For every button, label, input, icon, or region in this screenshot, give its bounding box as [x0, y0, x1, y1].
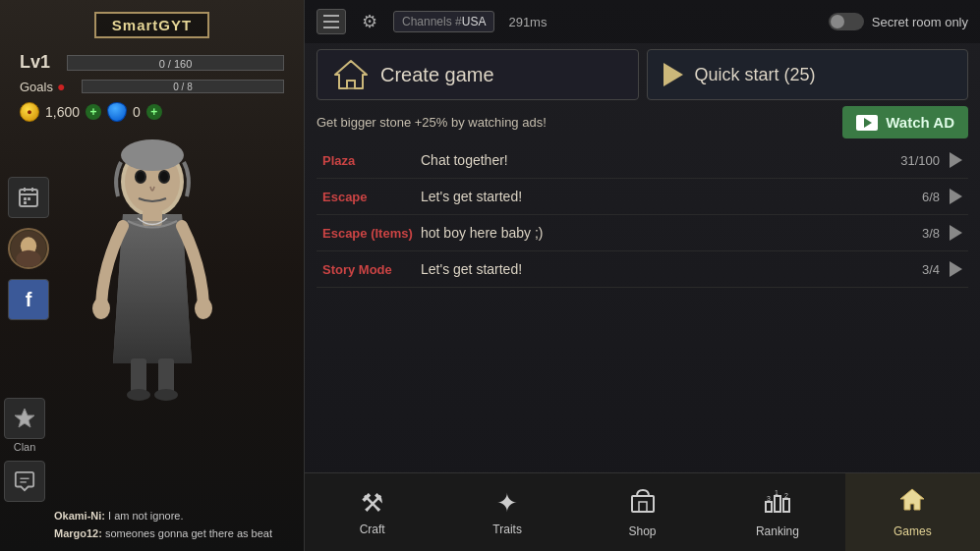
room-item-3[interactable]: Story Mode Let's get started! 3/4 — [317, 251, 968, 288]
goals-dot: ● — [57, 79, 65, 94]
menu-line-3 — [323, 27, 339, 28]
menu-button[interactable] — [317, 9, 346, 34]
traits-icon: ✦ — [496, 488, 518, 519]
join-arrow-2 — [950, 225, 962, 241]
room-desc-3: Let's get started! — [421, 261, 922, 277]
main-container: SmartGYT Lv1 0 / 160 Goals ● 0 / 8 — [0, 0, 980, 551]
watch-ad-button[interactable]: Watch AD — [842, 106, 968, 138]
clan-label: Clan — [14, 441, 36, 453]
join-arrow-1 — [950, 189, 962, 204]
traits-label: Traits — [492, 523, 522, 536]
character-svg — [64, 128, 241, 403]
chat-msg-2: Margo12: someones gonna get there as bea… — [54, 526, 296, 541]
right-panel: ⚙ Channels #USA 291ms Secret room only — [305, 0, 980, 551]
goals-count: 0 / 8 — [83, 81, 283, 94]
join-arrow-0 — [950, 152, 962, 168]
games-label: Games — [894, 524, 932, 538]
svg-rect-32 — [783, 499, 789, 512]
svg-rect-30 — [766, 502, 772, 512]
craft-icon: ⚒ — [361, 488, 383, 519]
username-text: SmartGYT — [112, 17, 192, 33]
svg-rect-27 — [347, 81, 355, 88]
toggle-knob — [831, 15, 844, 28]
username-box: SmartGYT — [94, 12, 209, 38]
channel-hash-symbol: # — [455, 15, 462, 28]
svg-point-6 — [121, 139, 184, 171]
create-game-label: Create game — [380, 64, 494, 86]
nav-item-shop[interactable]: Shop — [575, 473, 710, 551]
ad-banner: Get bigger stone +25% by watching ads! W… — [305, 106, 980, 138]
create-game-button[interactable]: Create game — [317, 49, 639, 100]
gem-icon — [107, 102, 127, 122]
quick-start-label: Quick start (25) — [695, 65, 816, 85]
svg-text:1: 1 — [775, 489, 778, 496]
svg-rect-10 — [131, 358, 146, 393]
avatar[interactable] — [8, 228, 49, 269]
add-gems-button[interactable]: + — [146, 104, 162, 120]
stats-area: Lv1 0 / 160 Goals ● 0 / 8 ● 1,600 — [0, 52, 304, 122]
nav-item-craft[interactable]: ⚒ Craft — [305, 473, 439, 551]
quick-start-button[interactable]: Quick start (25) — [647, 49, 969, 100]
house-icon — [333, 57, 369, 92]
xp-bar: 0 / 160 — [67, 55, 284, 71]
game-buttons-row: Create game Quick start (25) — [305, 43, 980, 106]
video-play-icon — [864, 118, 872, 128]
character-figure — [64, 128, 241, 403]
xp-text: 0 / 160 — [68, 56, 283, 72]
chat-msg-1: Okami-Ni: I am not ignore. — [54, 509, 296, 523]
ad-text: Get bigger stone +25% by watching ads! — [317, 109, 842, 136]
clan-area: Clan — [4, 398, 45, 453]
chat-icon — [14, 470, 35, 492]
left-panel: SmartGYT Lv1 0 / 160 Goals ● 0 / 8 — [0, 0, 305, 551]
level-row: Lv1 0 / 160 — [20, 52, 284, 73]
room-type-3: Story Mode — [322, 262, 421, 277]
svg-text:2: 2 — [784, 492, 788, 499]
secret-room-label: Secret room only — [872, 15, 968, 29]
ping-display: 291ms — [508, 15, 547, 29]
nav-item-traits[interactable]: ✦ Traits — [439, 473, 574, 551]
svg-rect-11 — [158, 358, 174, 393]
room-item-2[interactable]: Escape (Items) hot boy here baby ;) 3/8 — [317, 215, 968, 251]
calendar-icon — [17, 186, 40, 209]
top-bar: ⚙ Channels #USA 291ms Secret room only — [305, 0, 980, 43]
room-item-0[interactable]: Plaza Chat together! 31/100 — [317, 142, 968, 179]
secret-room-toggle[interactable] — [829, 13, 864, 30]
room-desc-1: Let's get started! — [421, 189, 922, 204]
level-text: Lv1 — [20, 52, 59, 73]
room-count-1: 6/8 — [922, 190, 940, 204]
goals-bar: 0 / 8 — [82, 80, 284, 93]
facebook-button[interactable]: f — [8, 279, 49, 320]
room-list: Plaza Chat together! 31/100 Escape Let's… — [305, 142, 980, 472]
clan-button[interactable] — [4, 398, 45, 439]
facebook-icon: f — [26, 289, 32, 311]
channel-hash: Channels — [402, 15, 455, 28]
add-coins-button[interactable]: + — [86, 104, 101, 120]
watch-ad-label: Watch AD — [886, 114, 954, 131]
settings-button[interactable]: ⚙ — [356, 8, 383, 35]
chat-button[interactable] — [4, 461, 45, 502]
shop-icon — [629, 486, 657, 521]
username-bar: SmartGYT — [94, 12, 209, 38]
calendar-button[interactable] — [8, 177, 49, 218]
svg-rect-31 — [775, 496, 780, 512]
left-side-icons: f — [8, 177, 49, 320]
chat-messages: Okami-Ni: I am not ignore. Margo12: some… — [54, 509, 296, 543]
room-count-2: 3/8 — [922, 226, 940, 241]
svg-marker-24 — [15, 409, 34, 427]
gem-amount: 0 — [133, 104, 141, 120]
room-desc-0: Chat together! — [421, 152, 900, 168]
bottom-nav: ⚒ Craft ✦ Traits Shop — [305, 472, 980, 551]
svg-point-12 — [127, 389, 150, 401]
menu-line-1 — [323, 15, 339, 17]
svg-rect-20 — [24, 201, 27, 204]
nav-item-ranking[interactable]: 1 2 3 Ranking — [710, 473, 844, 551]
shop-label: Shop — [629, 524, 657, 538]
channel-badge[interactable]: Channels #USA — [393, 11, 494, 32]
chat-text-2: someones gonna get there as beat — [105, 527, 272, 539]
room-item-1[interactable]: Escape Let's get started! 6/8 — [317, 179, 968, 215]
nav-item-games[interactable]: Games — [845, 473, 980, 551]
room-type-2: Escape (Items) — [322, 226, 421, 241]
craft-label: Craft — [360, 523, 385, 536]
svg-point-4 — [137, 172, 144, 182]
goals-text: Goals — [20, 80, 53, 94]
